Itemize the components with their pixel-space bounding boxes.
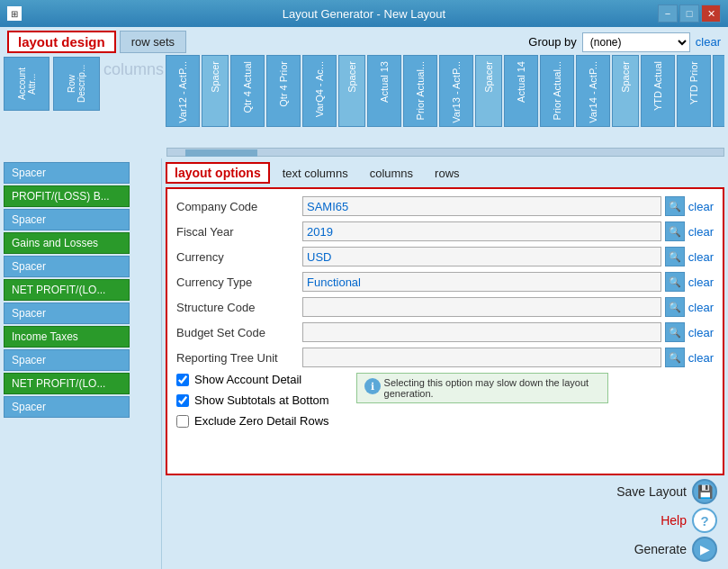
title-bar-title: Layout Generator - New Layout xyxy=(283,7,445,21)
chk-exclude-zero[interactable] xyxy=(176,415,189,428)
main-tabs: layout design row sets xyxy=(7,31,186,53)
left-row-gains[interactable]: Gains and Losses xyxy=(4,232,130,254)
checkbox-exclude-zero[interactable]: Exclude Zero Detail Rows xyxy=(176,414,329,428)
opt-row-fiscal-year: Fiscal Year 🔍 clear xyxy=(176,221,714,241)
opt-row-reporting-tree-unit: Reporting Tree Unit 🔍 clear xyxy=(176,348,714,367)
account-attr-block[interactable]: Account Attr... xyxy=(4,57,49,111)
title-bar-controls: − □ ✕ xyxy=(658,5,721,23)
col-qtr4-actual[interactable]: Qtr 4 Actual xyxy=(230,55,265,127)
col-spacer-2[interactable]: Spacer xyxy=(338,55,365,127)
lo-tab-text-columns[interactable]: text columns xyxy=(274,164,357,183)
group-by-clear[interactable]: clear xyxy=(696,35,721,49)
left-row-spacer-6[interactable]: Spacer xyxy=(4,396,130,418)
left-row-spacer-4[interactable]: Spacer xyxy=(4,303,130,324)
opt-clear-company-code[interactable]: clear xyxy=(688,200,714,213)
save-layout-label: Save Layout xyxy=(616,484,687,499)
save-layout-button[interactable]: Save Layout 💾 xyxy=(616,479,717,504)
maximize-button[interactable]: □ xyxy=(679,5,699,23)
col-ytd-prior[interactable]: YTD Prior xyxy=(677,55,711,127)
row-descrip-block[interactable]: Row Descrip... xyxy=(53,57,99,111)
opt-row-company-code: Company Code 🔍 clear xyxy=(176,196,714,216)
lo-tab-layout-options[interactable]: layout options xyxy=(166,162,270,184)
opt-clear-fiscal-year[interactable]: clear xyxy=(688,225,714,239)
opt-row-budget-set-code: Budget Set Code 🔍 clear xyxy=(176,322,714,342)
columns-ghost-label: columns xyxy=(103,57,164,79)
col-var13[interactable]: Var13 - ActP... xyxy=(439,55,473,127)
opt-search-company-code[interactable]: 🔍 xyxy=(665,196,685,216)
opt-row-structure-code: Structure Code 🔍 clear xyxy=(176,297,714,317)
opt-row-currency-type: Currency Type 🔍 clear xyxy=(176,272,714,292)
chk-show-account-detail[interactable] xyxy=(176,374,189,386)
opt-input-budget-set-code[interactable] xyxy=(302,322,661,342)
opt-input-currency[interactable] xyxy=(302,247,661,266)
help-icon: ? xyxy=(692,508,717,533)
close-button[interactable]: ✕ xyxy=(701,5,721,23)
opt-clear-reporting-tree-unit[interactable]: clear xyxy=(688,351,714,365)
checkbox-section: Show Account Detail Show Subtotals at Bo… xyxy=(176,373,714,431)
col-actual13[interactable]: Actual 13 xyxy=(367,55,401,127)
opt-input-reporting-tree-unit[interactable] xyxy=(302,348,661,367)
opt-search-reporting-tree-unit[interactable]: 🔍 xyxy=(665,348,685,367)
opt-label-reporting-tree-unit: Reporting Tree Unit xyxy=(176,351,302,365)
col-actual14[interactable]: Actual 14 xyxy=(504,55,538,127)
left-row-spacer-2[interactable]: Spacer xyxy=(4,209,130,230)
options-box: Company Code 🔍 clear Fiscal Year 🔍 clear… xyxy=(166,187,724,475)
save-layout-icon: 💾 xyxy=(692,479,717,504)
tab-row-sets[interactable]: row sets xyxy=(120,31,186,53)
generate-icon: ▶ xyxy=(692,537,717,562)
left-row-net-profit-1[interactable]: NET PROFIT/(LO... xyxy=(4,279,130,301)
left-panel: Spacer PROFIT/(LOSS) B... Spacer Gains a… xyxy=(0,158,162,569)
left-scroll-area[interactable]: Spacer PROFIT/(LOSS) B... Spacer Gains a… xyxy=(0,158,161,569)
column-strip[interactable]: Var12 - ActP... Spacer Qtr 4 Actual Qtr … xyxy=(166,55,724,140)
opt-search-budget-set-code[interactable]: 🔍 xyxy=(665,322,685,342)
opt-clear-budget-set-code[interactable]: clear xyxy=(688,326,714,339)
col-ytd-actual[interactable]: YTD Actual xyxy=(641,55,675,127)
opt-input-structure-code[interactable] xyxy=(302,297,661,317)
minimize-button[interactable]: − xyxy=(658,5,678,23)
opt-input-company-code[interactable] xyxy=(302,196,661,216)
col-varytd[interactable]: VarYTD - Act... xyxy=(713,55,724,127)
opt-search-currency[interactable]: 🔍 xyxy=(665,247,685,266)
left-row-net-profit-2[interactable]: NET PROFIT/(LO... xyxy=(4,373,130,394)
checkbox-show-account-detail[interactable]: Show Account Detail xyxy=(176,373,329,386)
opt-clear-currency[interactable]: clear xyxy=(688,250,714,264)
col-varq4[interactable]: VarQ4 - Ac... xyxy=(302,55,337,127)
help-button[interactable]: Help ? xyxy=(661,508,717,533)
col-spacer-1[interactable]: Spacer xyxy=(202,55,229,127)
note-box: ℹ Selecting this option may slow down th… xyxy=(356,373,608,403)
opt-search-fiscal-year[interactable]: 🔍 xyxy=(665,221,685,241)
left-row-profit[interactable]: PROFIT/(LOSS) B... xyxy=(4,185,130,207)
checkbox-show-subtotals[interactable]: Show Subtotals at Bottom xyxy=(176,393,329,407)
lo-tab-columns[interactable]: columns xyxy=(361,164,422,183)
left-row-spacer-3[interactable]: Spacer xyxy=(4,256,130,277)
col-prior-actual13[interactable]: Prior Actual... xyxy=(403,55,437,127)
col-qtr4-prior[interactable]: Qtr 4 Prior xyxy=(266,55,301,127)
opt-clear-structure-code[interactable]: clear xyxy=(688,301,714,314)
tab-layout-design[interactable]: layout design xyxy=(7,31,116,53)
opt-row-currency: Currency 🔍 clear xyxy=(176,247,714,266)
opt-clear-currency-type[interactable]: clear xyxy=(688,275,714,289)
column-scrollbar-thumb[interactable] xyxy=(185,149,257,157)
main-content: layout design row sets Group by (none) c… xyxy=(0,27,728,569)
group-by-label: Group by xyxy=(528,35,576,49)
generate-button[interactable]: Generate ▶ xyxy=(634,537,717,562)
group-by-select[interactable]: (none) xyxy=(582,32,690,52)
left-row-spacer-5[interactable]: Spacer xyxy=(4,349,130,371)
lo-tab-rows[interactable]: rows xyxy=(426,164,468,183)
col-var12[interactable]: Var12 - ActP... xyxy=(166,55,200,127)
chk-show-subtotals[interactable] xyxy=(176,394,189,407)
opt-search-currency-type[interactable]: 🔍 xyxy=(665,272,685,292)
layout-options-tabs: layout options text columns columns rows xyxy=(166,162,724,184)
column-scrollbar[interactable] xyxy=(166,148,724,157)
col-prior-actual14[interactable]: Prior Actual... xyxy=(540,55,574,127)
left-row-income[interactable]: Income Taxes xyxy=(4,326,130,348)
col-spacer-4[interactable]: Spacer xyxy=(612,55,639,127)
col-var14[interactable]: Var14 - ActP... xyxy=(576,55,610,127)
opt-label-budget-set-code: Budget Set Code xyxy=(176,326,302,339)
opt-input-fiscal-year[interactable] xyxy=(302,221,661,241)
col-spacer-3[interactable]: Spacer xyxy=(475,55,502,127)
opt-search-structure-code[interactable]: 🔍 xyxy=(665,297,685,317)
opt-label-currency-type: Currency Type xyxy=(176,275,302,289)
opt-input-currency-type[interactable] xyxy=(302,272,661,292)
left-row-spacer-1[interactable]: Spacer xyxy=(4,162,130,184)
